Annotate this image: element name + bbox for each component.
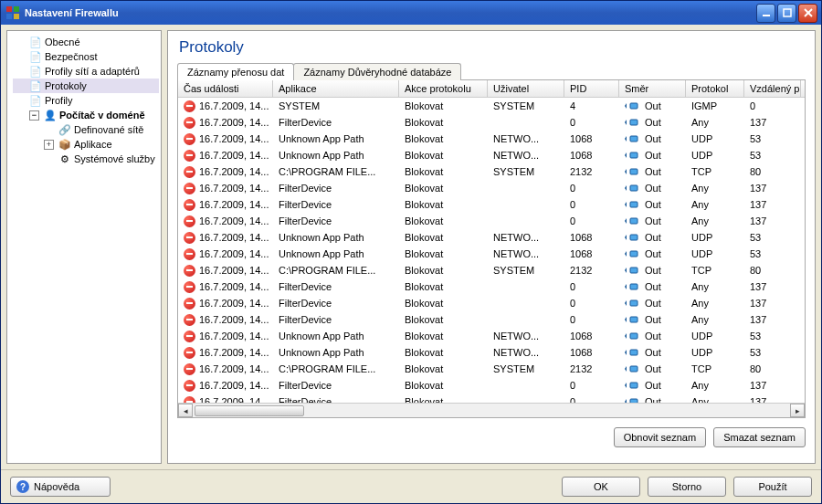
tree-item-bezpecnost[interactable]: 📄 Bezpečnost	[13, 49, 159, 64]
cell-proto: UDP	[686, 344, 744, 361]
table-row[interactable]: 16.7.2009, 14...Unknown App PathBlokovat…	[178, 328, 805, 344]
tree-item-pocitac[interactable]: − 👤 Počítač v doméně	[27, 108, 159, 122]
cell-user: SYSTEM	[488, 361, 564, 377]
cell-app: FilterDevice	[273, 180, 399, 196]
tree-item-definovane[interactable]: 🔗 Definované sítě	[42, 122, 159, 137]
scroll-left-icon[interactable]: ◂	[178, 404, 193, 417]
col-action[interactable]: Akce protokolu	[399, 80, 488, 97]
h-scrollbar[interactable]: ◂ ▸	[178, 403, 805, 417]
cell-proto: UDP	[686, 147, 744, 163]
tree-item-profily[interactable]: 📄 Profily	[13, 93, 159, 108]
table-row[interactable]: 16.7.2009, 14...FilterDeviceBlokovat0Out…	[178, 196, 805, 213]
deny-icon	[184, 150, 195, 162]
cell-proto: UDP	[686, 131, 744, 147]
tab-trusted-db[interactable]: Záznamy Důvěryhodné databáze	[293, 63, 461, 80]
cell-action: Blokovat	[399, 278, 488, 295]
cell-app: SYSTEM	[273, 98, 399, 114]
table-row[interactable]: 16.7.2009, 14...C:\PROGRAM FILE...Blokov…	[178, 163, 805, 180]
table-row[interactable]: 16.7.2009, 14...C:\PROGRAM FILE...Blokov…	[178, 262, 805, 278]
cell-proto: UDP	[686, 246, 744, 262]
page-icon: 📄	[29, 94, 42, 107]
col-time[interactable]: Čas události	[178, 80, 273, 97]
scroll-right-icon[interactable]: ▸	[790, 404, 805, 417]
log-listview[interactable]: Čas události Aplikace Akce protokolu Uži…	[177, 80, 806, 418]
cancel-button[interactable]: Storno	[648, 477, 726, 497]
window-title: Nastavení Firewallu	[25, 7, 756, 18]
profile-icon: 👤	[44, 109, 57, 121]
col-app[interactable]: Aplikace	[273, 80, 399, 97]
cell-user	[488, 377, 564, 394]
scroll-thumb[interactable]	[195, 405, 304, 416]
svg-marker-21	[625, 202, 630, 207]
content-panel: Protokoly Záznamy přenosu dat Záznamy Dů…	[167, 30, 816, 464]
direction-out-icon	[625, 396, 641, 403]
table-row[interactable]: 16.7.2009, 14...FilterDeviceBlokovat0Out…	[178, 213, 805, 229]
col-port[interactable]: Vzdálený por	[744, 80, 801, 97]
listview-body[interactable]: 16.7.2009, 14...SYSTEMBlokovatSYSTEM4Out…	[178, 98, 805, 403]
table-row[interactable]: 16.7.2009, 14...Unknown App PathBlokovat…	[178, 147, 805, 163]
cell-user	[488, 196, 564, 213]
direction-out-icon	[625, 150, 641, 161]
tree-item-obecne[interactable]: 📄 Obecné	[13, 35, 159, 49]
svg-marker-19	[625, 185, 630, 191]
tree-item-profily-siti[interactable]: 📄 Profily sítí a adaptérů	[13, 64, 159, 79]
tree-item-aplikace[interactable]: + 📦 Aplikace	[42, 137, 159, 152]
table-row[interactable]: 16.7.2009, 14...C:\PROGRAM FILE...Blokov…	[178, 361, 805, 377]
expand-icon[interactable]: +	[44, 140, 54, 150]
table-row[interactable]: 16.7.2009, 14...FilterDeviceBlokovat0Out…	[178, 180, 805, 196]
nav-tree[interactable]: 📄 Obecné 📄 Bezpečnost 📄 Profily sítí a a…	[6, 30, 162, 464]
table-row[interactable]: 16.7.2009, 14...FilterDeviceBlokovat0Out…	[178, 278, 805, 295]
table-row[interactable]: 16.7.2009, 14...Unknown App PathBlokovat…	[178, 246, 805, 262]
table-row[interactable]: 16.7.2009, 14...FilterDeviceBlokovat0Out…	[178, 394, 805, 403]
help-button[interactable]: ? Nápověda	[10, 477, 111, 497]
direction-out-icon	[625, 100, 641, 111]
cell-port: 137	[744, 295, 801, 311]
tree-item-sluzby[interactable]: ⚙ Systémové služby	[42, 152, 159, 166]
table-row[interactable]: 16.7.2009, 14...Unknown App PathBlokovat…	[178, 229, 805, 246]
cell-dir: Out	[619, 114, 686, 131]
cell-action: Blokovat	[399, 295, 488, 311]
deny-icon	[184, 331, 195, 342]
deny-icon	[184, 133, 195, 145]
ok-button[interactable]: OK	[562, 477, 640, 497]
deny-icon	[184, 298, 195, 310]
table-row[interactable]: 16.7.2009, 14...FilterDeviceBlokovat0Out…	[178, 377, 805, 394]
apply-button[interactable]: Použít	[733, 477, 812, 497]
col-user[interactable]: Uživatel	[488, 80, 564, 97]
svg-rect-38	[630, 350, 638, 355]
col-proto[interactable]: Protokol	[686, 80, 744, 97]
table-row[interactable]: 16.7.2009, 14...FilterDeviceBlokovat0Out…	[178, 114, 805, 131]
col-pid[interactable]: PID	[564, 80, 619, 97]
direction-out-icon	[625, 281, 641, 292]
tab-data-transfer[interactable]: Záznamy přenosu dat	[177, 63, 294, 80]
cell-port: 137	[744, 114, 801, 131]
collapse-icon[interactable]: −	[29, 110, 39, 121]
cell-user: NETWO...	[488, 328, 564, 344]
cell-time: 16.7.2009, 14...	[178, 163, 273, 180]
minimize-button[interactable]	[756, 4, 775, 23]
cell-user	[488, 278, 564, 295]
direction-out-icon	[625, 117, 641, 128]
cell-pid: 1068	[564, 328, 619, 344]
maximize-button[interactable]	[777, 4, 796, 23]
table-row[interactable]: 16.7.2009, 14...FilterDeviceBlokovat0Out…	[178, 311, 805, 328]
table-row[interactable]: 16.7.2009, 14...Unknown App PathBlokovat…	[178, 344, 805, 361]
direction-out-icon	[625, 133, 641, 144]
table-row[interactable]: 16.7.2009, 14...Unknown App PathBlokovat…	[178, 131, 805, 147]
cell-time: 16.7.2009, 14...	[178, 229, 273, 246]
cell-proto: Any	[686, 180, 744, 196]
refresh-button[interactable]: Obnovit seznam	[614, 427, 706, 447]
cell-dir: Out	[619, 344, 686, 361]
titlebar[interactable]: Nastavení Firewallu	[1, 1, 821, 25]
close-button[interactable]	[798, 4, 817, 23]
table-row[interactable]: 16.7.2009, 14...FilterDeviceBlokovat0Out…	[178, 295, 805, 311]
table-row[interactable]: 16.7.2009, 14...SYSTEMBlokovatSYSTEM4Out…	[178, 98, 805, 114]
tree-item-protokoly[interactable]: 📄 Protokoly	[13, 79, 159, 93]
cell-proto: TCP	[686, 361, 744, 377]
apps-icon: 📦	[58, 138, 71, 151]
clear-button[interactable]: Smazat seznam	[713, 427, 806, 447]
col-dir[interactable]: Směr	[619, 80, 686, 97]
cell-action: Blokovat	[399, 262, 488, 278]
direction-out-icon	[625, 215, 641, 226]
cell-action: Blokovat	[399, 147, 488, 163]
